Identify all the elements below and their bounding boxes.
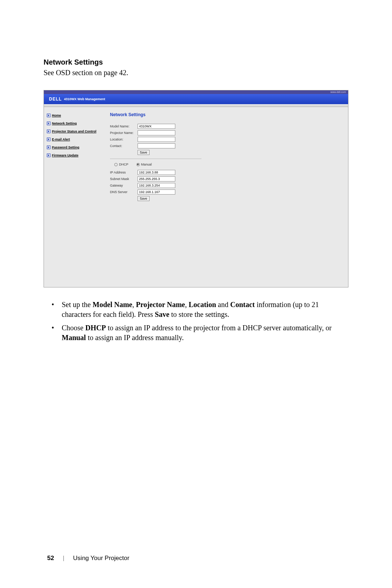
radio-icon: [114, 163, 118, 166]
svg-marker-4: [48, 146, 49, 148]
dns-server-input[interactable]: [138, 189, 175, 195]
sidebar-item-home[interactable]: Home: [47, 114, 101, 117]
footer-separator: |: [63, 555, 64, 562]
footer-section-title: Using Your Projector: [73, 555, 129, 562]
location-label: Location:: [110, 138, 138, 141]
contact-label: Contact:: [110, 144, 138, 148]
manual-radio[interactable]: Manual: [136, 163, 152, 166]
screenshot-title: 4310WX Web Management: [64, 97, 105, 101]
arrow-icon: [47, 146, 50, 149]
sidebar-item-label: Firmware Update: [52, 154, 78, 157]
svg-marker-0: [48, 114, 49, 117]
dell-logo: DELL: [49, 97, 62, 102]
projector-name-label: Projector Name:: [110, 131, 138, 135]
sidebar-item-email[interactable]: E-mail Alert: [47, 138, 101, 141]
save-button-2[interactable]: Save: [138, 196, 150, 201]
sidebar-item-label: E-mail Alert: [52, 138, 70, 141]
sidebar-item-network[interactable]: Network Setting: [47, 122, 101, 125]
sidebar-item-label: Home: [52, 114, 61, 117]
manual-radio-label: Manual: [141, 163, 152, 166]
screenshot-url-bar: www.dell.com: [44, 90, 348, 94]
contact-input[interactable]: [138, 143, 175, 148]
gateway-input[interactable]: [138, 183, 175, 188]
gateway-label: Gateway: [110, 184, 138, 187]
sidebar-item-status[interactable]: Projector Status and Control: [47, 130, 101, 133]
section-heading: Network Settings: [44, 58, 348, 66]
dhcp-radio-label: DHCP: [119, 163, 128, 166]
subnet-mask-input[interactable]: [138, 176, 175, 181]
divider: [110, 159, 201, 159]
projector-name-input[interactable]: [138, 130, 175, 135]
arrow-icon: [47, 154, 50, 157]
sidebar-item-label: Password Setting: [52, 146, 79, 149]
model-name-label: Model Name:: [110, 124, 138, 128]
instruction-item: Set up the Model Name, Projector Name, L…: [52, 300, 348, 319]
svg-marker-5: [48, 154, 49, 156]
screenshot-panel: www.dell.com DELL 4310WX Web Management …: [44, 90, 348, 287]
arrow-icon: [47, 114, 50, 117]
radio-icon: [136, 163, 140, 166]
instruction-list: Set up the Model Name, Projector Name, L…: [44, 300, 348, 343]
ip-address-input[interactable]: [138, 170, 175, 175]
svg-marker-2: [48, 130, 49, 132]
dhcp-radio[interactable]: DHCP: [114, 163, 128, 166]
screenshot-toolbar: [44, 104, 348, 107]
sidebar: Home Network Setting Projector Status an…: [44, 107, 103, 287]
subnet-mask-label: Subnet Mask: [110, 177, 138, 181]
arrow-icon: [47, 138, 50, 141]
page-footer: 52 | Using Your Projector: [47, 555, 129, 562]
location-input[interactable]: [138, 137, 175, 142]
content-pane: Network Settings Model Name: Projector N…: [103, 107, 348, 287]
arrow-icon: [47, 130, 50, 133]
ip-address-label: IP Address: [110, 171, 138, 174]
model-name-input[interactable]: [138, 124, 175, 129]
svg-marker-1: [48, 122, 49, 124]
sidebar-item-firmware[interactable]: Firmware Update: [47, 154, 101, 157]
instruction-item: Choose DHCP to assign an IP address to t…: [52, 323, 348, 343]
sidebar-item-label: Network Setting: [52, 122, 77, 125]
page-number: 52: [47, 555, 54, 562]
save-button-1[interactable]: Save: [138, 150, 150, 155]
intro-text: See OSD section on page 42.: [44, 69, 348, 77]
screenshot-title-bar: DELL 4310WX Web Management: [44, 94, 348, 104]
sidebar-item-label: Projector Status and Control: [52, 130, 97, 133]
svg-marker-3: [48, 138, 49, 140]
arrow-icon: [47, 122, 50, 125]
content-title: Network Settings: [110, 112, 342, 117]
sidebar-item-password[interactable]: Password Setting: [47, 146, 101, 149]
dns-server-label: DNS Server: [110, 190, 138, 194]
